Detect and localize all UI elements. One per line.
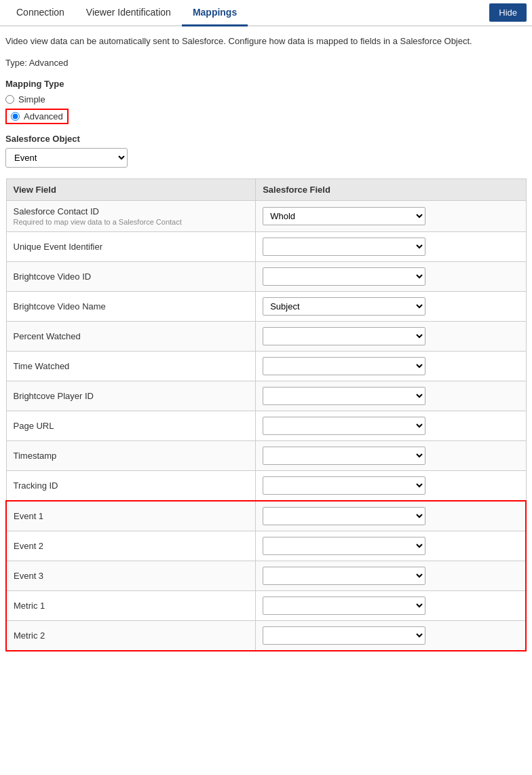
- view-field-title: Brightcove Player ID: [14, 391, 94, 401]
- type-label: Type: Advanced: [5, 58, 527, 68]
- table-row: Event 1: [6, 501, 526, 531]
- view-field-cell: Salesforce Contact IDRequired to map vie…: [6, 200, 256, 231]
- sf-field-cell: [256, 261, 526, 291]
- view-field-subtitle: Required to map view data to a Salesforc…: [14, 218, 249, 226]
- sf-field-select[interactable]: [263, 267, 425, 286]
- col-sf-field: Salesforce Field: [256, 178, 526, 200]
- sf-field-cell: [256, 381, 526, 411]
- table-row: Salesforce Contact IDRequired to map vie…: [6, 200, 526, 231]
- view-field-cell: Time Watched: [6, 351, 256, 381]
- table-row: Brightcove Player ID: [6, 381, 526, 411]
- view-field-title: Percent Watched: [14, 331, 81, 341]
- table-row: Brightcove Video NameSubject: [6, 291, 526, 321]
- sf-field-select[interactable]: [263, 417, 425, 435]
- view-field-cell: Brightcove Video ID: [6, 261, 256, 291]
- view-field-title: Time Watched: [14, 361, 70, 371]
- sf-field-select[interactable]: [263, 507, 425, 525]
- tab-connection[interactable]: Connection: [5, 0, 75, 26]
- view-field-cell: Tracking ID: [6, 470, 256, 501]
- sf-field-select[interactable]: [263, 626, 425, 645]
- sf-field-select[interactable]: [263, 597, 425, 615]
- view-field-title: Metric 2: [14, 630, 45, 641]
- tab-bar: Connection Viewer Identification Mapping…: [0, 0, 532, 26]
- sf-object-select-wrapper: Event Contact Lead Task: [5, 148, 527, 168]
- sf-field-select[interactable]: [263, 476, 425, 495]
- sf-field-select[interactable]: [263, 447, 425, 465]
- mapping-type-radio-group: Simple Advanced: [5, 94, 527, 124]
- table-row: Metric 2: [6, 620, 526, 651]
- sf-field-select[interactable]: [263, 537, 425, 555]
- table-row: Timestamp: [6, 440, 526, 470]
- sf-field-cell: [256, 561, 526, 590]
- view-field-title: Event 1: [14, 511, 43, 521]
- view-field-title: Salesforce Contact ID: [14, 206, 99, 216]
- view-field-cell: Metric 1: [6, 590, 256, 620]
- view-field-title: Tracking ID: [14, 480, 58, 491]
- table-row: Percent Watched: [6, 321, 526, 351]
- sf-field-select[interactable]: [263, 387, 425, 405]
- view-field-cell: Event 3: [6, 561, 256, 590]
- view-field-cell: Percent Watched: [6, 321, 256, 351]
- sf-object-select[interactable]: Event Contact Lead Task: [5, 148, 128, 168]
- view-field-cell: Event 1: [6, 501, 256, 531]
- sf-field-cell: [256, 440, 526, 470]
- view-field-title: Page URL: [14, 421, 54, 431]
- sf-field-cell: [256, 231, 526, 261]
- table-row: Brightcove Video ID: [6, 261, 526, 291]
- view-field-cell: Event 2: [6, 531, 256, 561]
- sf-field-cell: [256, 321, 526, 351]
- table-row: Unique Event Identifier: [6, 231, 526, 261]
- view-field-title: Brightcove Video ID: [14, 271, 92, 282]
- sf-object-label: Salesforce Object: [5, 134, 527, 144]
- table-header-row: View Field Salesforce Field: [6, 178, 526, 200]
- sf-field-cell: Whold: [256, 200, 526, 231]
- sf-field-select[interactable]: [263, 327, 425, 345]
- description-text: Video view data can be automatically sen…: [5, 35, 527, 48]
- sf-field-cell: [256, 411, 526, 440]
- sf-field-select[interactable]: [263, 567, 425, 585]
- sf-field-select[interactable]: Subject: [263, 297, 425, 316]
- mapping-type-heading: Mapping Type: [5, 79, 527, 89]
- view-field-cell: Brightcove Video Name: [6, 291, 256, 321]
- view-field-title: Timestamp: [14, 451, 57, 461]
- tab-mappings[interactable]: Mappings: [182, 0, 248, 26]
- radio-advanced-input[interactable]: [11, 112, 20, 121]
- radio-simple[interactable]: Simple: [5, 94, 527, 105]
- table-row: Time Watched: [6, 351, 526, 381]
- view-field-title: Unique Event Identifier: [14, 242, 103, 252]
- view-field-cell: Metric 2: [6, 620, 256, 651]
- sf-field-cell: [256, 470, 526, 501]
- view-field-title: Metric 1: [14, 601, 45, 611]
- table-row: Page URL: [6, 411, 526, 440]
- sf-field-cell: [256, 351, 526, 381]
- mapping-table: View Field Salesforce Field Salesforce C…: [5, 178, 527, 651]
- view-field-cell: Page URL: [6, 411, 256, 440]
- main-content: Video view data can be automatically sen…: [0, 26, 532, 660]
- sf-field-cell: [256, 590, 526, 620]
- table-row: Tracking ID: [6, 470, 526, 501]
- sf-field-cell: [256, 501, 526, 531]
- view-field-title: Brightcove Video Name: [14, 301, 106, 311]
- col-view-field: View Field: [6, 178, 256, 200]
- sf-field-cell: Subject: [256, 291, 526, 321]
- sf-field-select[interactable]: Whold: [263, 207, 425, 225]
- sf-field-cell: [256, 531, 526, 561]
- table-row: Event 2: [6, 531, 526, 561]
- radio-advanced-item[interactable]: Advanced: [5, 109, 527, 124]
- sf-field-select[interactable]: [263, 238, 425, 256]
- table-row: Metric 1: [6, 590, 526, 620]
- radio-advanced-highlight: Advanced: [5, 109, 69, 124]
- view-field-title: Event 3: [14, 571, 43, 581]
- view-field-cell: Unique Event Identifier: [6, 231, 256, 261]
- view-field-cell: Brightcove Player ID: [6, 381, 256, 411]
- sf-field-cell: [256, 620, 526, 651]
- hide-button[interactable]: Hide: [489, 3, 527, 22]
- radio-advanced-label: Advanced: [24, 111, 63, 121]
- radio-simple-label: Simple: [18, 94, 45, 105]
- view-field-cell: Timestamp: [6, 440, 256, 470]
- view-field-title: Event 2: [14, 541, 43, 551]
- tab-viewer-identification[interactable]: Viewer Identification: [75, 0, 182, 26]
- radio-simple-input[interactable]: [5, 95, 14, 104]
- sf-field-select[interactable]: [263, 357, 425, 375]
- table-row: Event 3: [6, 561, 526, 590]
